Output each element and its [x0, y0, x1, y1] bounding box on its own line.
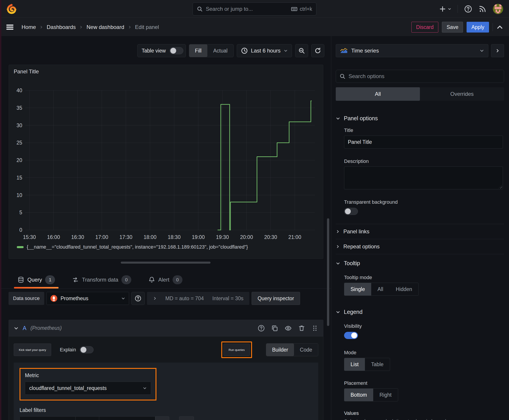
panel-title-input[interactable]: Panel Title [344, 135, 503, 149]
query-options-strip[interactable]: MD = auto = 704 Interval = 30s [147, 292, 249, 305]
drag-handle-icon[interactable] [311, 325, 318, 332]
select-label-dropdown[interactable]: Select label [20, 416, 76, 420]
breadcrumb-home[interactable]: Home [22, 24, 36, 30]
options-pane: Time series Search options All Overrides… [331, 36, 509, 420]
legend-series-label[interactable]: {__name__="cloudflared_tunnel_total_requ… [27, 244, 248, 250]
chart-legend[interactable]: {__name__="cloudflared_tunnel_total_requ… [17, 244, 323, 250]
chevron-down-icon[interactable] [14, 326, 19, 331]
query-inspector-button[interactable]: Query inspector [251, 292, 300, 305]
chevron-down-icon [284, 49, 288, 53]
apply-button[interactable]: Apply [467, 22, 489, 32]
panel-view-toolbar: Table view Fill Actual Last 6 hours [137, 44, 324, 57]
breadcrumb-bar: Home Dashboards New dashboard Edit panel… [0, 18, 509, 36]
svg-text:17:30: 17:30 [119, 234, 132, 240]
table-view-toggle[interactable] [169, 47, 183, 54]
svg-text:16:30: 16:30 [71, 234, 84, 240]
metric-select[interactable]: cloudflared_tunnel_total_requests [25, 382, 151, 395]
hide-query-icon[interactable] [285, 325, 292, 332]
search-icon [340, 73, 345, 79]
tab-alert-label: Alert [158, 277, 169, 283]
user-avatar[interactable] [493, 4, 503, 14]
legend-mode-segment: List Table [344, 358, 390, 371]
collapse-header-icon[interactable] [496, 24, 503, 30]
discard-button[interactable]: Discard [411, 22, 438, 32]
add-filter-button[interactable] [179, 416, 194, 420]
new-dashboard-button[interactable] [439, 6, 451, 12]
tooltip-mode-single[interactable]: Single [344, 283, 371, 295]
breadcrumb-dashboards[interactable]: Dashboards [47, 24, 76, 30]
tab-transform-data[interactable]: Transform data 0 [68, 271, 135, 288]
help-icon[interactable] [464, 5, 472, 13]
kick-start-button[interactable]: Kick start your query [14, 344, 51, 356]
select-value-dropdown[interactable]: Select value [99, 416, 155, 420]
options-tab-overrides[interactable]: Overrides [420, 87, 504, 101]
svg-text:0: 0 [19, 227, 22, 233]
clock-icon [241, 47, 248, 54]
vertical-scrollbar[interactable] [327, 218, 329, 326]
remove-filter-button[interactable] [155, 416, 169, 420]
svg-text:40: 40 [16, 88, 22, 93]
query-help-icon[interactable] [258, 325, 265, 332]
tab-alert[interactable]: Alert 0 [145, 271, 186, 288]
svg-text:16:00: 16:00 [47, 234, 60, 240]
delete-query-icon[interactable] [298, 325, 305, 332]
tooltip-mode-hidden[interactable]: Hidden [390, 283, 418, 295]
resize-grip-icon[interactable] [498, 185, 502, 188]
tooltip-mode-all[interactable]: All [371, 283, 390, 295]
section-panel-links[interactable]: Panel links [336, 224, 504, 239]
builder-option[interactable]: Builder [266, 344, 294, 356]
explain-toggle[interactable] [80, 346, 94, 353]
repeat-options-label: Repeat options [343, 243, 380, 250]
section-repeat-options[interactable]: Repeat options [336, 239, 504, 254]
description-field-label: Description [344, 158, 504, 164]
operator-dropdown[interactable]: = [76, 416, 99, 420]
panel-options-header: Panel options [344, 115, 378, 122]
chevron-right-icon [495, 48, 500, 53]
datasource-picker[interactable]: Prometheus [46, 292, 129, 305]
legend-mode-table[interactable]: Table [365, 358, 390, 371]
section-panel-options[interactable]: Panel options [336, 115, 504, 122]
chart-panel[interactable]: Panel Title 051015202530354015:3016:0016… [8, 65, 323, 259]
pane-resize-handle[interactable] [121, 262, 211, 264]
search-shortcut: ctrl+k [300, 6, 312, 12]
panel-title-input-value: Panel Title [348, 139, 372, 145]
tab-query[interactable]: Query 1 [14, 271, 59, 288]
save-button[interactable]: Save [442, 22, 463, 32]
grafana-logo-icon[interactable] [6, 3, 17, 15]
chevron-down-icon [143, 386, 147, 390]
options-tab-all[interactable]: All [336, 87, 420, 101]
options-search-input[interactable]: Search options [336, 70, 504, 83]
section-legend[interactable]: Legend [336, 309, 504, 315]
legend-placement-right[interactable]: Right [373, 389, 398, 401]
menu-toggle-icon[interactable] [6, 23, 14, 31]
fill-option[interactable]: Fill [189, 45, 207, 57]
visualization-picker[interactable]: Time series [336, 44, 488, 57]
run-queries-button[interactable]: Run queries [224, 344, 250, 356]
global-search-input[interactable]: Search or jump to... ctrl+k [193, 2, 316, 15]
refresh-button[interactable] [311, 44, 324, 57]
tab-transform-count: 0 [122, 275, 131, 284]
time-series-chart[interactable]: 051015202530354015:3016:0016:3017:0017:3… [12, 77, 319, 244]
actual-option[interactable]: Actual [207, 45, 233, 57]
svg-text:25: 25 [16, 140, 22, 146]
description-textarea[interactable] [344, 166, 503, 189]
search-icon [197, 6, 203, 12]
legend-visibility-toggle[interactable] [344, 332, 358, 339]
legend-mode-list[interactable]: List [344, 358, 365, 371]
transparent-background-toggle[interactable] [344, 208, 358, 215]
svg-text:18:30: 18:30 [168, 234, 181, 240]
news-icon[interactable] [479, 5, 486, 13]
section-tooltip[interactable]: Tooltip [336, 260, 504, 267]
query-row-header[interactable]: A (Prometheus) [9, 320, 323, 337]
datasource-help-button[interactable] [131, 292, 145, 305]
query-builder-body: Metric cloudflared_tunnel_total_requests… [14, 363, 318, 420]
time-range-picker[interactable]: Last 6 hours [237, 44, 292, 57]
code-option[interactable]: Code [294, 344, 318, 356]
viz-suggestions-button[interactable] [491, 44, 504, 57]
zoom-out-button[interactable] [295, 44, 308, 57]
duplicate-query-icon[interactable] [271, 325, 278, 332]
legend-placement-bottom[interactable]: Bottom [344, 389, 373, 401]
global-search-placeholder: Search or jump to... [206, 6, 253, 12]
visualization-value: Time series [351, 48, 379, 54]
breadcrumb-new-dashboard[interactable]: New dashboard [86, 24, 124, 30]
